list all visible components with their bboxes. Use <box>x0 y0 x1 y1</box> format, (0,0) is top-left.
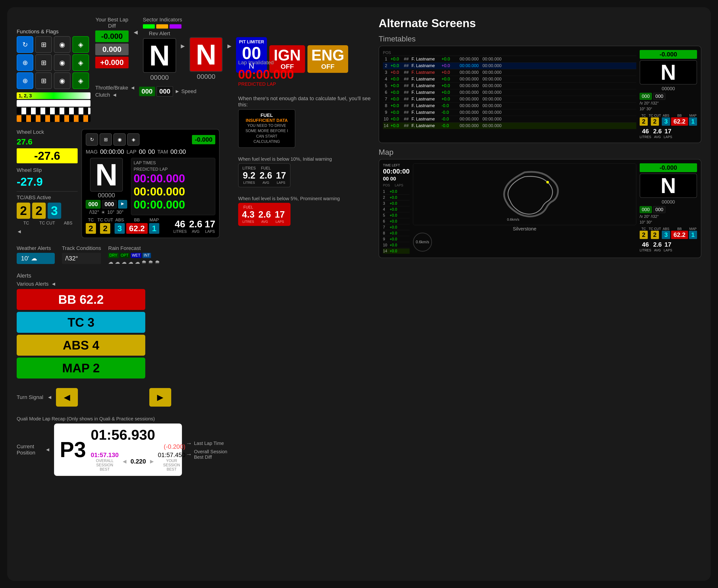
car-dot <box>546 181 549 184</box>
gear-arrow-2: ► <box>226 42 233 50</box>
hud-icon-4[interactable]: ◈ <box>127 133 140 146</box>
track-badge-wet: WET <box>131 253 142 258</box>
alt-screens-title: Alternate Screens <box>378 17 701 30</box>
track-badge-opt: OPT <box>120 253 130 258</box>
turn-left-btn[interactable]: ◄ <box>56 388 78 406</box>
tt-speed2: 000 <box>653 93 665 100</box>
timetable-screen: POS 1 +0.0 ## F. Lastname +0.0 <box>378 46 701 143</box>
tt-row-10: 10 +0.0 ## F. Lastname -0.0 00:00.000 00… <box>383 116 636 123</box>
ff-btn-2[interactable]: ⊞ <box>35 36 52 53</box>
tt-gear: N <box>640 60 697 85</box>
cloud-icon: ☁ <box>31 255 37 262</box>
map-row-2: 2+0.0 <box>383 195 410 201</box>
hud-tc: 2 <box>86 223 96 234</box>
timer-tam: TAM <box>158 149 168 155</box>
ff-btn-3[interactable]: ◉ <box>54 36 70 53</box>
quali-main-time: 01:56.930 <box>91 428 185 442</box>
predicted-label: PREDICTED LAP <box>134 167 213 172</box>
quali-your-best-label: YOUR SESSION BEST <box>158 459 185 471</box>
map-row-8: 8+0.0 <box>383 231 410 236</box>
map-time-left-label: TIME LEFT <box>383 163 410 167</box>
quali-gap-arrow-left: ◄ <box>121 458 128 465</box>
various-arrow: ◄ <box>51 281 56 287</box>
rain-icon-7: 🌧 <box>148 259 153 265</box>
hud-gear: N <box>90 158 123 192</box>
alert-abs: ABS 4 <box>17 335 145 356</box>
track-outer <box>504 172 558 216</box>
weather-btn[interactable]: 10' ☁ <box>17 253 55 264</box>
gear-arrow: ► <box>180 42 186 50</box>
main-hud: ↻ ⊞ ◉ ◈ -0.000 MAG 00:00:00 LAP 00 00 TA… <box>81 129 220 238</box>
ff-btn-12[interactable]: ◈ <box>73 72 89 89</box>
tt-info: 10° 30° <box>640 107 697 111</box>
wheel-slip-value: -27.9 <box>17 175 78 188</box>
map-fuel-litres: 46 <box>640 241 651 248</box>
rain-icon-1: ☁ <box>108 259 114 265</box>
track-cond-label: Track Conditions <box>62 245 101 251</box>
clutch-label: Clutch <box>95 92 110 98</box>
hud-speed1: 000 <box>86 200 101 209</box>
ff-btn-9[interactable]: ⊕ <box>17 72 33 89</box>
timetable-data: POS 1 +0.0 ## F. Lastname +0.0 <box>383 50 636 139</box>
sector-dot-1 <box>143 24 155 28</box>
left-panel: Functions & Flags ↻ ⊞ ◉ ◈ ⊕ ⊞ ◉ ◈ ⊕ ⊞ ◉ <box>17 17 231 571</box>
hud-icon-2[interactable]: ⊞ <box>100 133 112 146</box>
hud-time2: 30° <box>117 209 124 215</box>
tt-fuel-litres: 46 <box>640 128 651 135</box>
ff-btn-6[interactable]: ⊞ <box>35 54 52 71</box>
hud-gear-num: 00000 <box>98 192 115 199</box>
map-row-4: 4+0.0 <box>383 207 410 212</box>
hud-icon-3[interactable]: ◉ <box>114 133 126 146</box>
map-gear: N <box>640 173 697 198</box>
hud-tc-cut-label: TC CUT <box>97 217 113 223</box>
time-predicted: 00:00.000 <box>134 172 213 185</box>
map-speed2: 000 <box>653 206 665 213</box>
fuel10-litres: 9.2 <box>242 170 256 181</box>
hud-map-label: MAP <box>149 217 159 223</box>
wheel-lock-highlight: -27.6 <box>17 148 78 163</box>
fuel-insuf-msg: YOU NEED TO DRIVE SOME MORE BEFORE I CAN… <box>243 123 290 145</box>
fuel10-label: When fuel level is below 10%, Initial wa… <box>238 156 371 162</box>
timetable-hud: -0.000 N 00000 000 000 /\r 20° /\32° 10°… <box>640 50 697 139</box>
rain-icon-6: 🌧 <box>141 259 147 265</box>
weather-alerts-label: Weather Alerts <box>17 245 55 251</box>
ff-btn-5[interactable]: ⊕ <box>17 54 33 71</box>
map-row-5: 5+0.0 <box>383 213 410 218</box>
map-abs: 3 <box>662 231 670 239</box>
ff-btn-4[interactable]: ◈ <box>73 36 89 53</box>
current-pos-label: Current Position <box>17 443 43 456</box>
fuel-insuf-box: FUEL INSUFFICIENT DATA YOU NEED TO DRIVE… <box>238 109 295 148</box>
hud-fuel-laps-label: LAPS <box>205 230 216 234</box>
rev-gear-display: N <box>143 38 176 73</box>
map-lap-label: LAPS <box>395 183 404 187</box>
ff-btn-10[interactable]: ⊞ <box>35 72 52 89</box>
map-fuel-avg: 2.6 <box>653 241 662 248</box>
speed-text: 0.6km/s <box>507 217 519 222</box>
tt-tc: 2 <box>640 117 648 126</box>
hud-icon-1[interactable]: ↻ <box>86 133 98 146</box>
map-info: 10° 30° <box>640 220 697 225</box>
speed-circle: 0.6km/s <box>413 233 432 252</box>
ff-btn-1[interactable]: ↻ <box>17 36 33 53</box>
hud-fuel-litres-label: LITRES <box>173 230 187 234</box>
ff-btn-8[interactable]: ◈ <box>73 54 89 71</box>
tt-abs: 3 <box>662 117 670 126</box>
lap-times-header: LAP TIMES <box>134 161 156 165</box>
fuel10-litres-label: LITRES <box>242 166 256 170</box>
fuel-insuf-sub: INSUFFICIENT DATA <box>243 118 290 123</box>
rain-label: Rain Forecast <box>108 245 160 251</box>
ff-btn-7[interactable]: ◉ <box>54 54 70 71</box>
quali-diff: (-0.200) <box>91 443 185 450</box>
ff-row-3: ⊕ ⊞ ◉ ◈ <box>17 72 90 89</box>
map-hud: -0.000 N 00000 000 000 /\r 20° /\32° 10°… <box>640 163 697 254</box>
track-svg: 0.6km/s <box>413 164 636 225</box>
ff-btn-11[interactable]: ◉ <box>54 72 70 89</box>
turn-right-btn[interactable]: ► <box>149 388 171 406</box>
timer-mag: MAG <box>86 149 98 155</box>
various-alerts-label: Various Alerts <box>17 281 48 287</box>
tt-row-3: 3 +0.0 ## F. Lastname +0.0 00:00.000 00:… <box>383 69 636 76</box>
sector-dot-3 <box>169 24 182 28</box>
fuel5-litres: 4.3 <box>242 209 254 220</box>
fuel-insuf-desc: When there's not enough data to calculat… <box>238 96 371 108</box>
last-lap-label: Last Lap Time <box>194 441 224 446</box>
